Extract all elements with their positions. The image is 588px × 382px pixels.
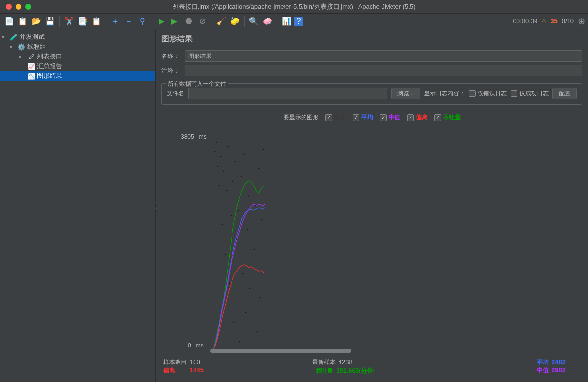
paste-icon[interactable]: 📋: [90, 15, 103, 28]
cut-icon[interactable]: ✂️: [63, 15, 75, 28]
warning-icon[interactable]: ⚠: [541, 18, 547, 25]
report-icon: 📈: [27, 62, 35, 70]
chart-area: 3805 ms 0 ms: [161, 127, 582, 377]
only-errors-checkbox[interactable]: 仅错误日志: [469, 90, 507, 98]
reset-search-icon[interactable]: 🧼: [261, 15, 274, 28]
tree-graph-results[interactable]: 📉 图形结果: [0, 71, 155, 81]
clear-icon[interactable]: 🧹: [215, 15, 228, 28]
cb-throughput[interactable]: 吞吐量: [434, 113, 461, 122]
collapse-icon[interactable]: －: [123, 15, 135, 28]
svg-point-25: [249, 288, 251, 289]
y-min-value: 0: [188, 342, 191, 349]
sample-count-value: 100: [190, 358, 200, 365]
chart-icon: 📉: [27, 72, 35, 80]
svg-point-1: [214, 151, 216, 153]
svg-point-12: [231, 215, 232, 216]
svg-point-15: [235, 161, 236, 163]
filename-label: 文件名: [167, 90, 184, 98]
svg-point-20: [242, 273, 244, 274]
svg-point-6: [222, 224, 223, 226]
svg-point-19: [241, 176, 242, 177]
maximize-window-button[interactable]: [25, 4, 31, 10]
stop-icon[interactable]: ⬣: [182, 15, 195, 28]
name-input[interactable]: [185, 50, 582, 62]
svg-point-33: [261, 219, 263, 221]
tree-http-request[interactable]: ▸ 🖊 列表接口: [0, 52, 155, 61]
tree-thread-group[interactable]: ▾ ⚙️ 线程组: [0, 42, 155, 52]
browse-button[interactable]: 浏览...: [391, 88, 420, 99]
graph-results-panel: 图形结果 名称： 注释： 所有数据写入一个文件 文件名 浏览... 显示日志内容…: [156, 29, 588, 382]
chevron-down-icon[interactable]: ▾: [2, 35, 8, 40]
write-results-fieldset: 所有数据写入一个文件 文件名 浏览... 显示日志内容： 仅错误日志 仅成功日志…: [161, 83, 582, 105]
search-icon[interactable]: 🔍: [248, 15, 260, 28]
svg-point-23: [247, 229, 248, 231]
svg-point-4: [219, 185, 220, 187]
open-file-icon[interactable]: 📂: [30, 15, 43, 28]
tree-label: 并发测试: [19, 33, 45, 41]
cb-deviation[interactable]: 偏离: [407, 113, 428, 122]
filename-input[interactable]: [188, 88, 387, 99]
shutdown-icon[interactable]: ⊘: [196, 15, 209, 28]
svg-point-18: [239, 341, 241, 343]
svg-point-31: [258, 168, 260, 170]
chevron-right-icon[interactable]: ▸: [19, 54, 25, 59]
chart-scrollbar[interactable]: [210, 349, 351, 353]
help-icon[interactable]: ?: [294, 17, 303, 26]
run-icon[interactable]: ▶: [155, 15, 168, 28]
med-label: 中值: [537, 366, 549, 375]
split-drag-handle[interactable]: ⋮⋮: [151, 200, 157, 212]
only-success-checkbox[interactable]: 仅成功日志: [511, 90, 549, 98]
latest-value: 4238: [339, 358, 353, 365]
svg-point-22: [245, 312, 247, 313]
elapsed-timer: 00:00:39: [513, 18, 538, 25]
configure-button[interactable]: 配置: [552, 88, 577, 99]
chart-svg: [210, 127, 580, 356]
y-unit-bot: ms: [196, 342, 204, 349]
avg-value: 2482: [552, 358, 566, 365]
name-label: 名称：: [161, 52, 181, 60]
thr-value: 151.665/分钟: [336, 366, 374, 375]
show-log-label: 显示日志内容：: [424, 90, 465, 98]
svg-point-13: [232, 181, 233, 182]
tree-test-plan[interactable]: ▾ 🧪 并发测试: [0, 32, 155, 42]
test-plan-tree: ▾ 🧪 并发测试 ▾ ⚙️ 线程组 ▸ 🖊 列表接口 📈 汇总报告 📉 图形结果…: [0, 29, 156, 382]
new-file-icon[interactable]: 📄: [3, 15, 16, 28]
chevron-down-icon[interactable]: ▾: [10, 44, 16, 50]
y-unit: ms: [199, 133, 207, 140]
svg-point-9: [226, 190, 228, 192]
med-value: 2902: [552, 366, 566, 374]
svg-point-3: [217, 166, 219, 167]
thread-count: 0/10: [562, 18, 574, 25]
expand-icon[interactable]: ＋: [109, 15, 122, 28]
expand-results-icon[interactable]: ⊕: [578, 16, 585, 27]
svg-point-10: [228, 146, 229, 148]
svg-point-32: [260, 297, 261, 299]
main-toolbar: 📄 📋 📂 💾 ✂️ 📑 📋 ＋ － ⚲ ▶ ▶│ ⬣ ⊘ 🧹 🧽 🔍 🧼 📊 …: [0, 14, 588, 29]
svg-point-8: [225, 254, 226, 255]
close-window-button[interactable]: [6, 4, 12, 10]
save-file-icon[interactable]: 💾: [44, 15, 56, 28]
warning-count: 35: [551, 18, 557, 25]
comment-input[interactable]: [185, 65, 582, 76]
svg-point-14: [233, 322, 235, 323]
toggle-icon[interactable]: ⚲: [136, 15, 149, 28]
function-helper-icon[interactable]: 📊: [280, 15, 293, 28]
panel-title: 图形结果: [161, 34, 582, 44]
graph-display-options: 要显示的图形 数据 平均 中值 偏离 吞吐量: [161, 113, 582, 122]
tree-label: 线程组: [27, 42, 46, 51]
latest-label: 最新样本: [312, 358, 336, 366]
cb-data[interactable]: 数据: [325, 113, 346, 122]
templates-icon[interactable]: 📋: [17, 15, 29, 28]
cb-average[interactable]: 平均: [353, 113, 373, 122]
svg-point-24: [248, 195, 249, 197]
y-max-value: 3805: [181, 133, 194, 140]
cb-median[interactable]: 中值: [380, 113, 400, 122]
run-no-timers-icon[interactable]: ▶│: [169, 15, 181, 28]
copy-icon[interactable]: 📑: [76, 15, 89, 28]
tree-summary-report[interactable]: 📈 汇总报告: [0, 61, 155, 71]
minimize-window-button[interactable]: [16, 4, 21, 10]
window-titlebar: 列表接口.jmx (/Applications/apache-jmeter-5.…: [0, 0, 588, 14]
clear-all-icon[interactable]: 🧽: [229, 15, 241, 28]
avg-label: 平均: [537, 358, 549, 366]
graphs-to-display-label: 要显示的图形: [284, 113, 319, 122]
